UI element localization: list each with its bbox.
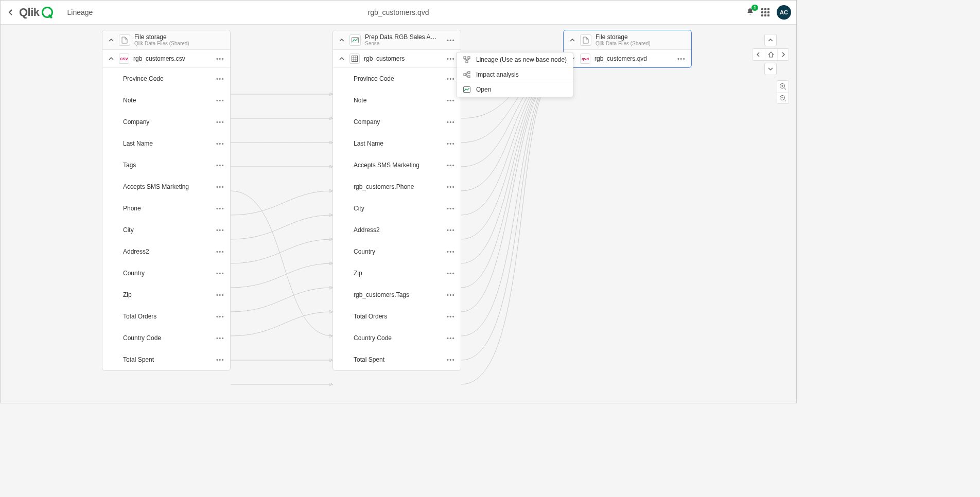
nav-down-button[interactable] [765,63,776,75]
field-row[interactable]: City••• [333,198,461,219]
field-row[interactable]: Address2••• [333,219,461,241]
node-prep-data-app[interactable]: Prep Data RGB Sales A… Sense ••• rgb_cus… [332,30,461,371]
collapse-toggle[interactable] [107,36,116,45]
more-button[interactable]: ••• [215,311,226,322]
document-title: rgb_customers.qvd [367,8,429,16]
field-row[interactable]: Last Name••• [333,133,461,154]
more-button[interactable]: ••• [445,53,457,64]
more-button[interactable]: ••• [445,73,457,84]
field-label: Note [354,97,445,104]
node-header: Prep Data RGB Sales A… Sense ••• [333,30,461,50]
more-button[interactable]: ••• [445,203,457,214]
more-button[interactable]: ••• [445,224,457,236]
field-row[interactable]: Note••• [333,90,461,111]
more-button[interactable]: ••• [676,53,687,64]
context-menu: Lineage (Use as new base node) Impact an… [456,52,573,97]
more-button[interactable]: ••• [215,224,226,236]
avatar[interactable]: AC [777,5,791,20]
zoom-controls [777,80,789,104]
more-button[interactable]: ••• [215,95,226,106]
field-label: Accepts SMS Marketing [123,183,215,190]
field-row[interactable]: Zip••• [333,262,461,284]
field-row[interactable]: Note••• [102,90,230,111]
field-row[interactable]: Last Name••• [102,133,230,154]
field-row[interactable]: Address2••• [102,241,230,262]
notification-badge: 1 [751,5,758,11]
more-button[interactable]: ••• [215,53,226,64]
field-row[interactable]: Total Spent••• [333,349,461,370]
more-button[interactable]: ••• [445,332,457,344]
more-button[interactable]: ••• [445,311,457,322]
nav-right-button[interactable] [777,49,789,60]
menu-item-open[interactable]: Open [457,82,573,97]
lineage-canvas[interactable]: File storage Qlik Data Files (Shared) cs… [1,25,796,403]
more-button[interactable]: ••• [445,138,457,149]
field-row[interactable]: Zip••• [102,284,230,306]
more-button[interactable]: ••• [445,289,457,300]
app-launcher-button[interactable] [761,8,769,16]
field-row[interactable]: Company••• [102,111,230,133]
impact-icon [463,71,471,78]
field-row[interactable]: Accepts SMS Marketing••• [102,176,230,198]
more-button[interactable]: ••• [445,159,457,171]
more-button[interactable]: ••• [215,246,226,257]
field-row[interactable]: City••• [102,219,230,241]
csv-icon: csv [119,54,129,64]
more-button[interactable]: ••• [215,159,226,171]
more-button[interactable]: ••• [445,181,457,192]
nav-left-button[interactable] [752,49,764,60]
collapse-toggle[interactable] [337,36,346,45]
dataset-row[interactable]: csv rgb_customers.csv ••• [102,50,230,68]
field-row[interactable]: Country Code••• [333,327,461,349]
node-file-storage-source[interactable]: File storage Qlik Data Files (Shared) cs… [102,30,231,371]
field-row[interactable]: Total Orders••• [333,306,461,327]
more-button[interactable]: ••• [215,138,226,149]
field-row[interactable]: rgb_customers.Phone••• [333,176,461,198]
dataset-row[interactable]: qvd rgb_customers.qvd ••• [564,50,691,67]
more-button[interactable]: ••• [445,268,457,279]
more-button[interactable]: ••• [215,332,226,344]
more-button[interactable]: ••• [445,116,457,128]
field-row[interactable]: Phone••• [102,198,230,219]
zoom-out-button[interactable] [777,92,789,103]
more-button[interactable]: ••• [215,268,226,279]
collapse-toggle[interactable] [107,54,116,63]
notifications-button[interactable]: 1 [746,8,754,17]
field-row[interactable]: Accepts SMS Marketing••• [333,154,461,176]
menu-item-impact[interactable]: Impact analysis [457,67,573,82]
nav-home-button[interactable] [765,49,776,60]
field-row[interactable]: Province Code••• [102,68,230,90]
field-row[interactable]: Tags••• [102,154,230,176]
more-button[interactable]: ••• [215,73,226,84]
more-button[interactable]: ••• [445,34,457,46]
more-button[interactable]: ••• [445,354,457,365]
zoom-in-button[interactable] [777,81,789,92]
field-row[interactable]: rgb_customers.Tags••• [333,284,461,306]
field-row[interactable]: Company••• [333,111,461,133]
node-header: File storage Qlik Data Files (Shared) [564,30,691,50]
menu-item-lineage[interactable]: Lineage (Use as new base node) [457,52,573,67]
nav-up-button[interactable] [765,34,776,46]
collapse-toggle[interactable] [337,54,346,63]
field-row[interactable]: Province Code••• [333,68,461,90]
field-label: Address2 [123,248,215,255]
more-button[interactable]: ••• [215,116,226,128]
menu-item-label: Open [476,86,491,93]
more-button[interactable]: ••• [215,289,226,300]
more-button[interactable]: ••• [215,354,226,365]
back-button[interactable] [6,7,16,17]
collapse-toggle[interactable] [568,36,577,45]
more-button[interactable]: ••• [215,181,226,192]
more-button[interactable]: ••• [215,203,226,214]
field-row[interactable]: Country Code••• [102,327,230,349]
node-file-storage-target[interactable]: File storage Qlik Data Files (Shared) qv… [563,30,692,68]
field-row[interactable]: Total Orders••• [102,306,230,327]
field-row[interactable]: Country••• [102,262,230,284]
dataset-row[interactable]: rgb_customers ••• [333,50,461,68]
node-subtitle: Sense [365,41,445,46]
dataset-label: rgb_customers.qvd [594,55,676,62]
more-button[interactable]: ••• [445,246,457,257]
more-button[interactable]: ••• [445,95,457,106]
field-row[interactable]: Total Spent••• [102,349,230,370]
field-row[interactable]: Country••• [333,241,461,262]
